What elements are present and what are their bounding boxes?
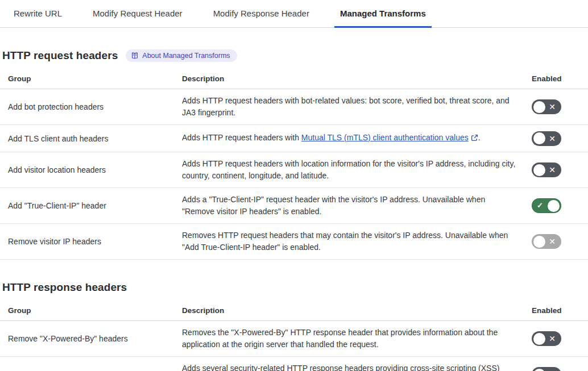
description-cell: Adds HTTP request headers with bot-relat… [182,89,532,124]
x-icon: ✕ [549,162,556,177]
http-response-headers-section: HTTP response headers Group Description … [0,281,588,371]
group-cell: Add TLS client auth headers [8,127,182,150]
external-link-icon[interactable] [471,133,478,145]
column-header-enabled: Enabled [532,303,588,320]
column-header-description: Description [182,71,532,89]
tab-modify-response-header[interactable]: Modify Response Header [208,0,315,27]
x-icon: ✕ [549,234,556,249]
column-header-group: Group [8,71,182,89]
toggle-add-bot-protection-headers[interactable]: ✓✕ [532,99,561,114]
http-request-headers-section: HTTP request headers About Managed Trans… [0,49,588,260]
table-header-row: Group Description Enabled [0,303,588,321]
group-cell: Add bot protection headers [8,95,182,118]
toggle-knob [533,164,545,176]
x-icon: ✕ [549,131,556,146]
toggle-add-tls-client-auth-headers[interactable]: ✓✕ [532,131,561,146]
toggle-add-security-headers[interactable]: ✓✕ [532,367,561,371]
request-headers-table: Group Description Enabled Add bot protec… [0,71,588,260]
description-cell: Removes HTTP request headers that may co… [182,224,532,259]
description-cell: Adds HTTP request headers with Mutual TL… [182,126,532,151]
toggle-knob [548,200,560,212]
response-section-title: HTTP response headers [2,281,127,294]
description-text: . [478,133,481,142]
group-cell: Remove visitor IP headers [8,230,182,253]
description-cell: Adds HTTP request headers with location … [182,152,532,187]
table-row: Add security headers Adds several securi… [0,357,588,371]
description-text: Adds HTTP request headers with [182,133,301,142]
toggle-remove-visitor-ip-headers[interactable]: ✓✕ [532,234,561,249]
x-icon: ✕ [549,367,556,371]
table-row: Remove visitor IP headers Removes HTTP r… [0,224,588,260]
tab-bar: Rewrite URL Modify Request Header Modify… [0,0,588,28]
group-cell: Add "True-Client-IP" header [8,194,182,217]
check-icon: ✓ [537,198,543,213]
table-row: Add TLS client auth headers Adds HTTP re… [0,125,588,152]
x-icon: ✕ [549,99,556,114]
tab-managed-transforms[interactable]: Managed Transforms [334,0,432,27]
x-icon: ✕ [549,331,556,346]
description-cell: Adds several security-related HTTP respo… [182,357,532,371]
toggle-add-true-client-ip-header[interactable]: ✓✕ [532,198,561,213]
group-cell: Remove "X-Powered-By" headers [8,327,182,350]
book-icon [131,52,139,60]
about-managed-transforms-badge[interactable]: About Managed Transforms [126,49,237,62]
toggle-knob [533,333,545,345]
badge-label: About Managed Transforms [142,52,230,60]
toggle-knob [533,132,545,144]
table-header-row: Group Description Enabled [0,71,588,89]
table-row: Add bot protection headers Adds HTTP req… [0,89,588,125]
description-cell: Removes the "X-Powered-By" HTTP response… [182,321,532,356]
toggle-knob [533,369,545,371]
table-row: Remove "X-Powered-By" headers Removes th… [0,321,588,357]
toggle-add-visitor-location-headers[interactable]: ✓✕ [532,162,561,177]
toggle-knob [533,236,545,248]
table-row: Add "True-Client-IP" header Adds a "True… [0,188,588,224]
group-cell: Add security headers [8,363,182,371]
column-header-group: Group [8,303,182,320]
tab-rewrite-url[interactable]: Rewrite URL [8,0,68,27]
response-headers-table: Group Description Enabled Remove "X-Powe… [0,303,588,371]
column-header-enabled: Enabled [532,71,588,89]
mtls-docs-link[interactable]: Mutual TLS (mTLS) client authentication … [301,133,469,142]
toggle-remove-x-powered-by-headers[interactable]: ✓✕ [532,331,561,346]
toggle-knob [533,101,545,113]
description-cell: Adds a "True-Client-IP" request header w… [182,188,532,223]
tab-modify-request-header[interactable]: Modify Request Header [87,0,188,27]
group-cell: Add visitor location headers [8,159,182,181]
column-header-description: Description [182,303,532,320]
request-section-title: HTTP request headers [2,49,118,62]
table-row: Add visitor location headers Adds HTTP r… [0,152,588,188]
